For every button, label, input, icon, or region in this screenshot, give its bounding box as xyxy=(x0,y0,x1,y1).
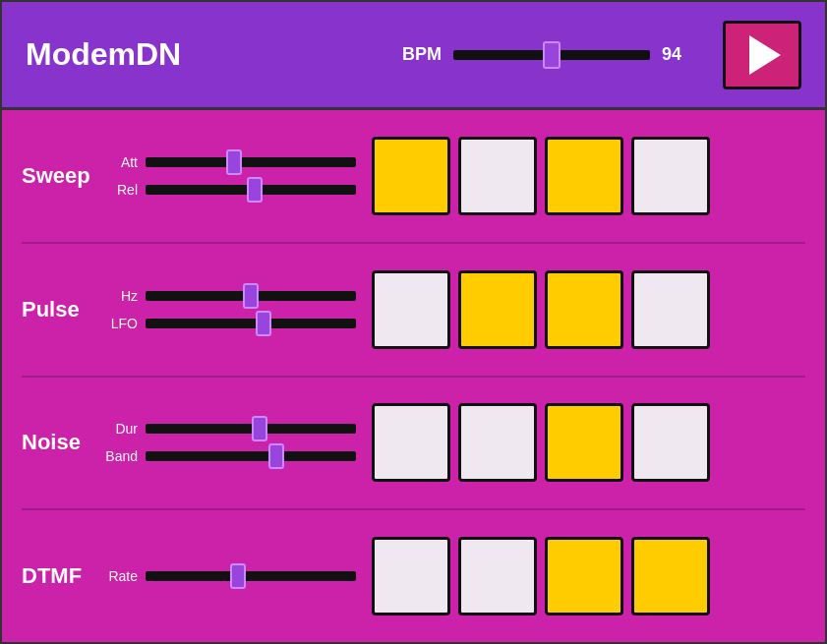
pulse-lfo-thumb[interactable] xyxy=(256,311,271,336)
bpm-thumb[interactable] xyxy=(543,41,561,69)
section-name-sweep: Sweep xyxy=(22,163,100,189)
sweep-rel-thumb[interactable] xyxy=(247,177,263,203)
pulse-pad-2[interactable] xyxy=(458,270,537,349)
noise-pads xyxy=(372,403,710,482)
app-title: ModemDN xyxy=(26,36,181,73)
dtmf-rate-slider[interactable] xyxy=(146,567,356,585)
sweep-att-slider[interactable] xyxy=(146,153,356,171)
sweep-sliders: Att Rel xyxy=(100,153,356,199)
dtmf-rate-row: Rate xyxy=(100,567,356,585)
dtmf-rate-label: Rate xyxy=(100,568,138,584)
noise-dur-row: Dur xyxy=(100,420,356,438)
divider-1 xyxy=(22,242,805,244)
divider-2 xyxy=(22,376,805,378)
dtmf-pad-2[interactable] xyxy=(458,537,537,615)
pulse-hz-thumb[interactable] xyxy=(243,283,259,309)
sweep-rel-row: Rel xyxy=(100,181,356,199)
sweep-pad-1[interactable] xyxy=(372,137,450,215)
pulse-lfo-track xyxy=(146,319,356,328)
section-name-pulse: Pulse xyxy=(22,297,100,322)
bpm-label: BPM xyxy=(402,44,442,65)
noise-pad-3[interactable] xyxy=(545,403,623,482)
pulse-pad-1[interactable] xyxy=(372,270,450,349)
noise-dur-slider[interactable] xyxy=(146,420,356,438)
noise-sliders: Dur Band xyxy=(100,420,356,465)
noise-band-label: Band xyxy=(100,448,138,464)
noise-dur-label: Dur xyxy=(100,421,138,437)
dtmf-rate-track xyxy=(146,571,356,581)
noise-band-track xyxy=(146,451,356,461)
dtmf-pads xyxy=(372,537,710,615)
sweep-att-row: Att xyxy=(100,153,356,171)
sweep-pads xyxy=(372,137,710,215)
section-sweep: Sweep Att Rel xyxy=(22,120,805,232)
dtmf-rate-thumb[interactable] xyxy=(230,563,246,589)
sweep-pad-2[interactable] xyxy=(458,137,537,215)
noise-band-thumb[interactable] xyxy=(268,443,284,469)
pulse-sliders: Hz LFO xyxy=(100,287,356,332)
play-button[interactable] xyxy=(723,21,801,89)
noise-band-row: Band xyxy=(100,447,356,465)
pulse-pad-4[interactable] xyxy=(631,270,710,349)
divider-3 xyxy=(22,508,805,510)
section-noise: Noise Dur Band xyxy=(22,387,805,499)
noise-dur-thumb[interactable] xyxy=(252,416,267,441)
dtmf-pad-1[interactable] xyxy=(372,537,450,615)
sweep-pad-3[interactable] xyxy=(545,137,623,215)
dtmf-sliders: Rate xyxy=(100,567,356,585)
pulse-pad-3[interactable] xyxy=(545,270,623,349)
section-pulse: Pulse Hz LFO xyxy=(22,254,805,366)
pulse-hz-row: Hz xyxy=(100,287,356,305)
sweep-att-label: Att xyxy=(100,154,138,170)
sweep-rel-slider[interactable] xyxy=(146,181,356,199)
noise-pad-4[interactable] xyxy=(631,403,710,482)
sweep-att-track xyxy=(146,157,356,167)
sweep-att-thumb[interactable] xyxy=(226,149,242,175)
bpm-value: 94 xyxy=(662,44,691,65)
bpm-section: BPM 94 xyxy=(402,44,691,65)
sweep-pad-4[interactable] xyxy=(631,137,710,215)
app-container: ModemDN BPM 94 Sweep Att xyxy=(0,0,827,644)
dtmf-pad-4[interactable] xyxy=(631,537,710,615)
section-name-noise: Noise xyxy=(22,430,100,455)
section-name-dtmf: DTMF xyxy=(22,563,100,589)
bpm-slider[interactable] xyxy=(453,45,650,65)
pulse-lfo-label: LFO xyxy=(100,316,138,331)
sweep-rel-label: Rel xyxy=(100,182,138,198)
noise-pad-2[interactable] xyxy=(458,403,537,482)
pulse-lfo-slider[interactable] xyxy=(146,315,356,332)
header: ModemDN BPM 94 xyxy=(2,2,825,110)
play-icon xyxy=(749,35,781,75)
pulse-lfo-row: LFO xyxy=(100,315,356,332)
noise-pad-1[interactable] xyxy=(372,403,450,482)
dtmf-pad-3[interactable] xyxy=(545,537,623,615)
pulse-hz-slider[interactable] xyxy=(146,287,356,305)
main-content: Sweep Att Rel xyxy=(2,110,825,642)
pulse-hz-label: Hz xyxy=(100,288,138,304)
section-dtmf: DTMF Rate xyxy=(22,520,805,632)
noise-band-slider[interactable] xyxy=(146,447,356,465)
pulse-pads xyxy=(372,270,710,349)
